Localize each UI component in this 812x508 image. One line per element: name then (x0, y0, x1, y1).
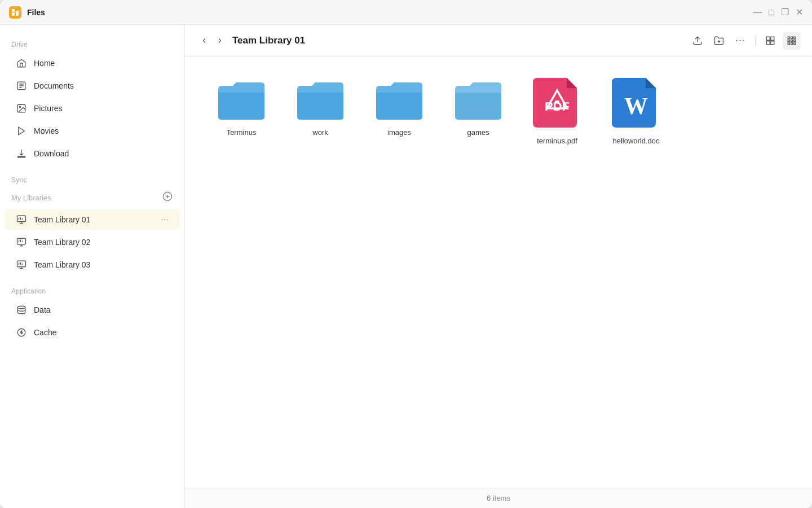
upload-button[interactable] (689, 32, 707, 50)
library-icon-02 (16, 237, 27, 248)
content-header: Team Library 01 ··· (185, 25, 812, 56)
files-grid: Terminus work (185, 56, 812, 488)
svg-rect-2 (12, 9, 15, 12)
download-icon (16, 148, 27, 159)
grid-view-button[interactable] (783, 32, 801, 50)
file-item-terminus-pdf[interactable]: PDF terminus.pdf (523, 73, 591, 150)
cache-icon (16, 327, 27, 338)
new-folder-button[interactable] (710, 32, 728, 50)
list-view-button[interactable] (761, 32, 779, 50)
sidebar-item-team-library-03[interactable]: Team Library 03 (5, 254, 180, 275)
close-button[interactable]: ✕ (796, 8, 803, 17)
svg-rect-47 (794, 40, 796, 41)
sidebar-item-movies[interactable]: Movies (5, 120, 180, 142)
svg-point-8 (19, 106, 20, 107)
svg-rect-50 (794, 42, 796, 44)
file-item-images[interactable]: images (365, 73, 433, 150)
sidebar-item-movies-label: Movies (34, 126, 169, 135)
file-item-work[interactable]: work (286, 73, 354, 150)
pictures-icon (16, 103, 27, 114)
my-libraries-label: My Libraries (11, 194, 162, 202)
main-layout: Drive Home Documents Pictures (0, 25, 812, 508)
folder-icon-terminus (216, 78, 267, 122)
folder-icon-games (453, 78, 504, 122)
file-name-images: images (387, 128, 411, 137)
file-name-terminus-pdf: terminus.pdf (537, 137, 577, 145)
sidebar: Drive Home Documents Pictures (0, 25, 185, 508)
file-name-helloworld-doc: helloworld.doc (612, 137, 659, 145)
items-count: 6 items (487, 494, 510, 502)
file-item-terminus[interactable]: Terminus (208, 73, 275, 150)
library-icon-03 (16, 259, 27, 270)
svg-rect-38 (766, 37, 770, 40)
file-item-games[interactable]: games (444, 73, 512, 150)
status-bar: 6 items (185, 488, 812, 508)
content-area: Team Library 01 ··· (185, 25, 812, 508)
sidebar-item-team-library-02[interactable]: Team Library 02 (5, 231, 180, 253)
back-button[interactable] (196, 33, 212, 49)
home-icon (16, 58, 27, 69)
sidebar-item-team-library-03-label: Team Library 03 (34, 260, 169, 269)
folder-icon-images (374, 78, 425, 122)
application-section-label: Application (0, 281, 184, 299)
content-folder-title: Team Library 01 (232, 35, 689, 46)
sidebar-item-cache[interactable]: Cache (5, 322, 180, 343)
svg-rect-43 (791, 37, 793, 38)
svg-rect-39 (771, 37, 774, 40)
sidebar-item-team-library-01[interactable]: Team Library 01 ··· (5, 209, 180, 230)
svg-rect-14 (17, 216, 26, 222)
sync-section-label: Sync (0, 169, 184, 187)
drive-section-label: Drive (0, 34, 184, 52)
file-name-terminus: Terminus (227, 128, 257, 137)
svg-rect-44 (794, 37, 796, 38)
doc-icon: W (611, 78, 661, 131)
svg-text:W: W (624, 93, 648, 119)
svg-rect-46 (791, 40, 793, 41)
movies-icon (16, 125, 27, 137)
titlebar: Files — □ ❐ ✕ (0, 0, 812, 25)
app-logo (9, 6, 21, 19)
window-controls: — □ ❐ ✕ (753, 8, 803, 17)
sidebar-item-documents[interactable]: Documents (5, 75, 180, 97)
svg-rect-10 (17, 156, 25, 157)
svg-rect-20 (17, 238, 26, 244)
sidebar-item-download-label: Download (34, 149, 169, 158)
svg-rect-40 (766, 41, 770, 44)
header-actions: ··· (689, 32, 801, 50)
sidebar-item-cache-label: Cache (34, 328, 169, 337)
documents-icon (16, 80, 27, 91)
svg-rect-1 (16, 11, 19, 16)
sidebar-item-home-label: Home (34, 59, 169, 68)
my-libraries-row: My Libraries (0, 187, 184, 208)
sidebar-item-data[interactable]: Data (5, 299, 180, 321)
sidebar-item-pictures[interactable]: Pictures (5, 98, 180, 119)
team-library-01-more-button[interactable]: ··· (161, 214, 169, 225)
pdf-icon: PDF (532, 78, 582, 131)
add-library-button[interactable] (162, 191, 173, 205)
sidebar-item-team-library-01-label: Team Library 01 (34, 215, 155, 224)
more-options-button[interactable]: ··· (731, 32, 749, 50)
svg-marker-9 (19, 127, 25, 135)
svg-rect-41 (771, 41, 774, 44)
minimize-button[interactable]: — (753, 8, 762, 17)
folder-icon-work (295, 78, 346, 122)
sidebar-item-documents-label: Documents (34, 81, 169, 90)
app-title: Files (27, 8, 753, 17)
sidebar-item-home[interactable]: Home (5, 52, 180, 74)
svg-rect-26 (17, 261, 26, 267)
file-item-helloworld-doc[interactable]: W helloworld.doc (602, 73, 670, 150)
sidebar-item-download[interactable]: Download (5, 143, 180, 164)
sidebar-item-pictures-label: Pictures (34, 104, 169, 113)
sidebar-item-team-library-02-label: Team Library 02 (34, 238, 169, 247)
file-name-work: work (312, 128, 328, 137)
svg-rect-48 (788, 42, 789, 44)
file-name-games: games (467, 128, 489, 137)
svg-rect-45 (788, 40, 789, 41)
sidebar-item-data-label: Data (34, 305, 169, 314)
maximize-button[interactable]: □ (769, 8, 774, 17)
view-divider (755, 35, 756, 46)
restore-button[interactable]: ❐ (781, 8, 789, 17)
svg-rect-49 (791, 42, 793, 44)
svg-rect-0 (12, 12, 15, 16)
forward-button[interactable] (212, 33, 228, 49)
